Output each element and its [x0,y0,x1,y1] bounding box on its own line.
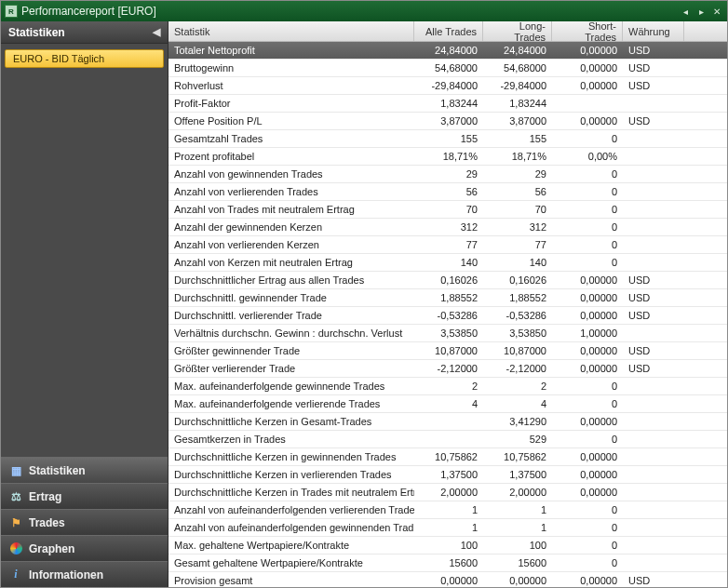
table-icon: ▦ [8,463,23,478]
table-row[interactable]: Max. gehaltene Wertpapiere/Kontrakte1001… [169,537,727,555]
cell-all: 3,87000 [414,115,483,127]
table-row[interactable]: Durchschnittlicher Ertrag aus allen Trad… [169,272,727,289]
pie-chart-icon [8,541,23,556]
cell-currency: USD [623,310,684,321]
cell-stat: Anzahl der gewinnenden Kerzen [169,221,414,233]
nav-trades[interactable]: ⚑ Trades [1,509,168,535]
table-row[interactable]: Gesamtzahl Trades1551550 [169,130,727,148]
sidebar-header-label: Statistiken [8,26,65,39]
cell-all: 24,84000 [414,45,483,56]
table-row[interactable]: Anzahl von aufeinanderfolgenden verliere… [169,501,727,519]
nav-ertrag[interactable]: ⚖ Ertrag [1,483,168,509]
cell-short: 0,00000 [552,274,623,286]
nav-graphen[interactable]: Graphen [1,535,168,561]
cell-short: 0 [552,204,623,215]
table-row[interactable]: Anzahl von gewinnenden Trades29290 [169,166,727,183]
nav-statistiken[interactable]: ▦ Statistiken [1,457,168,483]
table-row[interactable]: Anzahl von verlierenden Kerzen77770 [169,236,727,254]
info-icon: i [8,568,23,582]
balance-icon: ⚖ [8,489,23,504]
cell-stat: Bruttogewinn [169,62,414,74]
performance-report-window: R Performancereport [EURO] ◂ ▸ ✕ Statist… [0,0,728,588]
cell-long: -29,84000 [483,80,552,91]
cell-short: 0 [552,133,623,144]
cell-all: 56 [414,186,483,197]
table-row[interactable]: Totaler Nettoprofit24,8400024,840000,000… [169,42,727,60]
cell-currency: USD [623,345,684,356]
cell-currency: USD [623,115,684,127]
cell-long: 54,68000 [483,62,552,74]
sidebar: Statistiken ◀ EURO - BID Täglich ▦ Stati… [1,21,169,587]
cell-currency: USD [623,62,684,74]
table-row[interactable]: Gesamt gehaltene Wertpapiere/Kontrakte15… [169,555,727,572]
chevron-right-icon[interactable]: ▸ [694,6,708,17]
table-row[interactable]: Anzahl der gewinnenden Kerzen3123120 [169,219,727,236]
table-row[interactable]: Rohverlust-29,84000-29,840000,00000USD [169,77,727,95]
cell-short: 0 [552,522,623,533]
cell-all: 70 [414,204,483,215]
table-row[interactable]: Größter verlierender Trade-2,12000-2,120… [169,360,727,378]
table-row[interactable]: Prozent profitabel18,71%18,71%0,00% [169,148,727,166]
table-row[interactable]: Durchschnittliche Kerzen in Trades mit n… [169,484,727,501]
cell-all: -0,53286 [414,310,483,321]
table-row[interactable]: Gesamtkerzen in Trades5290 [169,431,727,448]
table-row[interactable]: Durchschnittliche Kerzen in verlierenden… [169,466,727,484]
cell-long: 15600 [483,557,552,568]
cell-stat: Durchschnittliche Kerzen in Gesamt-Trade… [169,416,414,427]
table-row[interactable]: Bruttogewinn54,6800054,680000,00000USD [169,60,727,77]
cell-short: 0,00% [552,151,623,162]
col-header-waehrung[interactable]: Währung [623,21,684,41]
nav-label: Graphen [29,542,74,555]
col-header-long-trades[interactable]: Long-Trades [483,21,552,41]
table-row[interactable]: Offene Position P/L3,870003,870000,00000… [169,113,727,130]
cell-currency: USD [623,575,684,586]
cell-long: 1,88552 [483,292,552,303]
cell-all: 10,87000 [414,345,483,356]
col-header-short-trades[interactable]: Short-Trades [552,21,623,41]
cell-stat: Anzahl von aufeinanderfolgenden verliere… [169,504,414,515]
tree-item-euro-bid[interactable]: EURO - BID Täglich [5,49,164,68]
chevron-left-icon[interactable]: ◂ [679,6,692,17]
table-body[interactable]: Totaler Nettoprofit24,8400024,840000,000… [169,42,727,587]
cell-long: 1,83244 [483,98,552,109]
table-row[interactable]: Max. aufeinanderfolgende gewinnende Trad… [169,378,727,395]
cell-short: 0,00000 [552,469,623,480]
titlebar[interactable]: R Performancereport [EURO] ◂ ▸ ✕ [1,1,727,21]
cell-long: 24,84000 [483,45,552,56]
cell-long: 1,37500 [483,469,552,480]
cell-short: 0 [552,381,623,392]
table-row[interactable]: Durchschnittl. gewinnender Trade1,885521… [169,289,727,307]
cell-long: 155 [483,133,552,144]
main-content: Statistik Alle Trades Long-Trades Short-… [169,21,727,587]
table-row[interactable]: Anzahl von Trades mit neutralem Ertrag70… [169,201,727,219]
table-row[interactable]: Größter gewinnender Trade10,8700010,8700… [169,342,727,360]
table-row[interactable]: Max. aufeinanderfolgende verlierende Tra… [169,395,727,413]
table-row[interactable]: Provision gesamt0,000000,000000,00000USD [169,572,727,587]
cell-short: 0 [552,186,623,197]
cell-long: 312 [483,221,552,233]
cell-all: -2,12000 [414,363,483,374]
table-row[interactable]: Durchschnittl. verlierender Trade-0,5328… [169,307,727,325]
nav-informationen[interactable]: i Informationen [1,561,168,587]
collapse-sidebar-icon[interactable]: ◀ [153,26,160,38]
cell-long: 18,71% [483,151,552,162]
cell-short: 0,00000 [552,45,623,56]
table-row[interactable]: Verhältnis durchschn. Gewinn : durchschn… [169,325,727,342]
col-header-alle-trades[interactable]: Alle Trades [414,21,483,41]
cell-stat: Max. gehaltene Wertpapiere/Kontrakte [169,540,414,551]
table-row[interactable]: Profit-Faktor1,832441,83244 [169,95,727,113]
table-row[interactable]: Durchschnittliche Kerzen in Gesamt-Trade… [169,413,727,431]
table-row[interactable]: Anzahl von verlierenden Trades56560 [169,183,727,201]
cell-all: 77 [414,239,483,250]
cell-long: 3,53850 [483,327,552,339]
col-header-statistik[interactable]: Statistik [169,21,414,41]
cell-short: 0,00000 [552,80,623,91]
sidebar-tree: EURO - BID Täglich [1,44,168,457]
cell-short: 0,00000 [552,292,623,303]
close-icon[interactable]: ✕ [710,6,723,17]
cell-stat: Totaler Nettoprofit [169,45,414,56]
cell-short: 0,00000 [552,62,623,74]
table-row[interactable]: Durchschnittliche Kerzen in gewinnenden … [169,448,727,466]
table-row[interactable]: Anzahl von aufeinanderfolgenden gewinnen… [169,519,727,537]
table-row[interactable]: Anzahl von Kerzen mit neutralen Ertrag14… [169,254,727,272]
